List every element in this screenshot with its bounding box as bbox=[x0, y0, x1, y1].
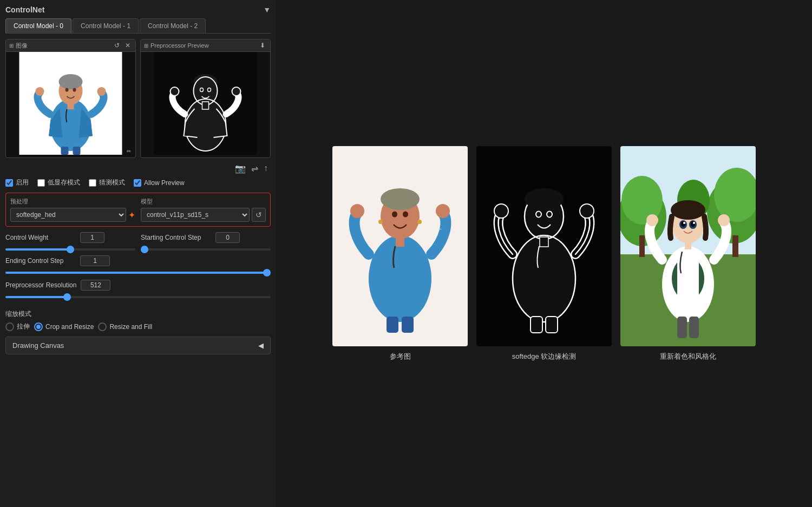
drawing-canvas-toggle-icon: ◀ bbox=[258, 341, 264, 350]
control-weight-group: Control Weight bbox=[5, 232, 135, 252]
left-panel: ControlNet ▼ Control Model - 0 Control M… bbox=[0, 0, 276, 507]
output-image-box-ref bbox=[332, 146, 468, 346]
guess-mode-checkbox-item[interactable]: 猜测模式 bbox=[89, 178, 125, 187]
panel-title: ControlNet bbox=[5, 5, 44, 14]
model-refresh-btn[interactable]: ↺ bbox=[252, 208, 266, 222]
preprocessor-star-btn[interactable]: ✦ bbox=[128, 210, 135, 220]
svg-rect-72 bbox=[689, 317, 699, 338]
preprocessor-preview-label: ⊞ Preprocessor Preview bbox=[144, 42, 209, 49]
image-previews: ⊞ 图像 ↺ ✕ bbox=[5, 39, 271, 158]
starting-step-slider[interactable] bbox=[141, 248, 271, 251]
svg-point-70 bbox=[718, 214, 730, 226]
output-image-edge: softedge 软边缘检测 bbox=[476, 146, 612, 361]
svg-rect-32 bbox=[402, 317, 414, 333]
styled-svg bbox=[620, 146, 756, 346]
tab-control-model-1[interactable]: Control Model - 1 bbox=[73, 18, 139, 33]
output-image-styled: 重新着色和风格化 bbox=[620, 146, 756, 361]
resize-fill-radio-item[interactable]: Resize and Fill bbox=[98, 322, 152, 331]
preprocessor-preview-header: ⊞ Preprocessor Preview ⬇ bbox=[141, 39, 270, 52]
ending-step-slider[interactable] bbox=[5, 272, 271, 274]
panel-toggle-btn[interactable]: ▼ bbox=[263, 5, 271, 14]
edit-image-btn[interactable]: ✏ bbox=[125, 148, 133, 155]
drawing-canvas-row[interactable]: Drawing Canvas ◀ bbox=[5, 337, 271, 354]
tab-control-model-0[interactable]: Control Model - 0 bbox=[5, 18, 71, 33]
svg-point-67 bbox=[693, 222, 695, 224]
resize-fill-radio-circle bbox=[98, 322, 107, 331]
svg-rect-56 bbox=[732, 235, 738, 257]
resize-fill-radio-label: Resize and Fill bbox=[109, 323, 152, 331]
model-tabs: Control Model - 0 Control Model - 1 Cont… bbox=[5, 18, 271, 34]
checkboxes-row: 启用 低显存模式 猜测模式 Allow Preview bbox=[5, 178, 271, 187]
enable-checkbox[interactable] bbox=[5, 179, 13, 187]
svg-point-5 bbox=[73, 88, 76, 92]
drawing-canvas-label: Drawing Canvas bbox=[12, 341, 64, 350]
allow-preview-checkbox-item[interactable]: Allow Preview bbox=[134, 179, 185, 187]
guess-mode-checkbox[interactable] bbox=[89, 179, 96, 187]
tab-control-model-2[interactable]: Control Model - 2 bbox=[140, 18, 206, 33]
refresh-image-btn[interactable]: ↺ bbox=[113, 41, 121, 50]
model-col: 模型 control_v11p_sd15_s control_v11p_sd15… bbox=[141, 197, 266, 222]
svg-rect-44 bbox=[540, 237, 548, 247]
right-panel: 参考图 bbox=[276, 0, 812, 507]
pm-row: 预处理 softedge_hed none canny depth ✦ 模型 c… bbox=[10, 197, 266, 222]
stretch-radio-item[interactable]: 拉伸 bbox=[5, 322, 30, 331]
ending-step-label: Ending Control Step bbox=[5, 257, 76, 265]
low-mem-checkbox-item[interactable]: 低显存模式 bbox=[37, 178, 80, 187]
ending-step-value[interactable] bbox=[80, 255, 110, 266]
svg-point-43 bbox=[580, 204, 594, 218]
svg-point-30 bbox=[436, 204, 450, 218]
sliders-section: Control Weight Starting Control Step End… bbox=[5, 232, 271, 304]
model-select[interactable]: control_v11p_sd15_s control_v11p_sd15_ca… bbox=[141, 208, 250, 222]
crop-resize-radio-item[interactable]: Crop and Resize bbox=[34, 322, 94, 331]
low-mem-checkbox[interactable] bbox=[37, 179, 45, 187]
svg-rect-19 bbox=[202, 102, 209, 109]
nurse-image bbox=[6, 52, 135, 155]
ending-step-header: Ending Control Step bbox=[5, 255, 271, 266]
svg-point-3 bbox=[59, 74, 83, 89]
preprocessor-preview-icons: ⬇ bbox=[258, 41, 267, 50]
svg-point-4 bbox=[66, 88, 69, 92]
download-preview-btn[interactable]: ⬇ bbox=[258, 41, 267, 50]
crop-resize-radio-label: Crop and Resize bbox=[45, 323, 94, 331]
action-icons-row: 📷 ⇌ ↑ bbox=[5, 163, 271, 174]
input-image-label: ⊞ 图像 bbox=[9, 42, 28, 50]
upload-icon[interactable]: ↑ bbox=[264, 163, 268, 174]
styled-label: 重新着色和风格化 bbox=[660, 352, 716, 361]
panel-header: ControlNet ▼ bbox=[5, 5, 271, 14]
guess-mode-label: 猜测模式 bbox=[99, 178, 125, 187]
starting-step-value[interactable] bbox=[215, 232, 240, 243]
starting-step-header: Starting Control Step bbox=[141, 232, 271, 243]
swap-icon[interactable]: ⇌ bbox=[251, 163, 258, 174]
crop-resize-radio-circle bbox=[34, 322, 43, 331]
starting-step-label: Starting Control Step bbox=[141, 234, 211, 241]
allow-preview-checkbox[interactable] bbox=[134, 179, 141, 187]
camera-icon[interactable]: 📷 bbox=[235, 163, 246, 174]
preprocessor-select-row: softedge_hed none canny depth ✦ bbox=[10, 208, 135, 222]
control-weight-value[interactable] bbox=[80, 232, 104, 243]
svg-point-69 bbox=[646, 214, 658, 226]
svg-rect-10 bbox=[73, 147, 81, 155]
preprocessor-resolution-value[interactable] bbox=[81, 280, 110, 291]
svg-point-8 bbox=[97, 87, 106, 96]
preprocessor-resolution-slider[interactable] bbox=[5, 296, 271, 298]
svg-point-41 bbox=[525, 188, 564, 210]
allow-preview-label: Allow Preview bbox=[144, 179, 185, 187]
preprocessor-label: 预处理 bbox=[10, 197, 135, 206]
output-image-ref: 参考图 bbox=[332, 146, 468, 361]
svg-point-61 bbox=[671, 200, 705, 220]
preprocessor-select[interactable]: softedge_hed none canny depth bbox=[10, 208, 126, 222]
svg-point-29 bbox=[350, 204, 364, 218]
control-weight-label: Control Weight bbox=[5, 234, 76, 241]
svg-point-25 bbox=[381, 188, 420, 210]
enable-checkbox-item[interactable]: 启用 bbox=[5, 178, 29, 187]
low-mem-label: 低显存模式 bbox=[48, 178, 80, 187]
control-weight-slider[interactable] bbox=[5, 248, 135, 251]
stretch-radio-circle bbox=[5, 322, 14, 331]
svg-rect-48 bbox=[546, 317, 558, 333]
output-image-box-styled bbox=[620, 146, 756, 346]
preprocessor-preview-box: ⊞ Preprocessor Preview ⬇ bbox=[140, 39, 271, 158]
scale-mode-radio-group: 拉伸 Crop and Resize Resize and Fill bbox=[5, 322, 271, 331]
svg-rect-53 bbox=[639, 235, 645, 257]
close-image-btn[interactable]: ✕ bbox=[123, 41, 132, 50]
model-label: 模型 bbox=[141, 197, 266, 206]
